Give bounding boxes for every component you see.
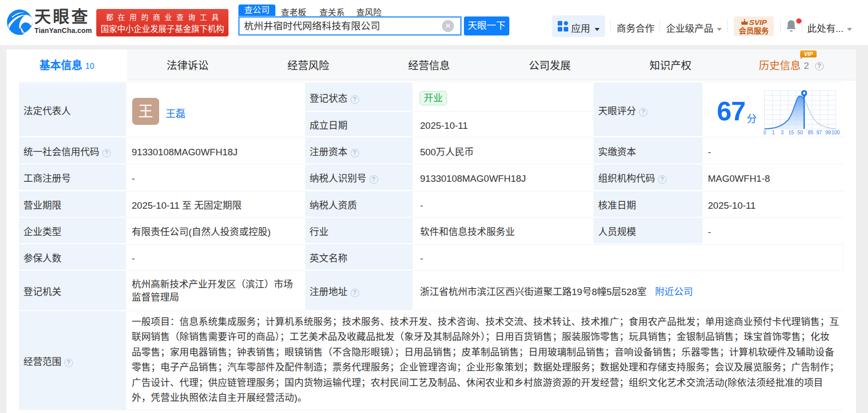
svg-text:3: 3 <box>781 130 784 135</box>
svg-text:1: 1 <box>772 130 775 135</box>
svg-text:0: 0 <box>763 130 766 135</box>
svg-text:85: 85 <box>808 130 814 135</box>
svg-text:15: 15 <box>788 130 794 135</box>
svg-text:100: 100 <box>832 130 840 135</box>
svg-text:97: 97 <box>816 130 822 135</box>
svg-text:50: 50 <box>797 130 803 135</box>
svg-text:99: 99 <box>825 130 831 135</box>
